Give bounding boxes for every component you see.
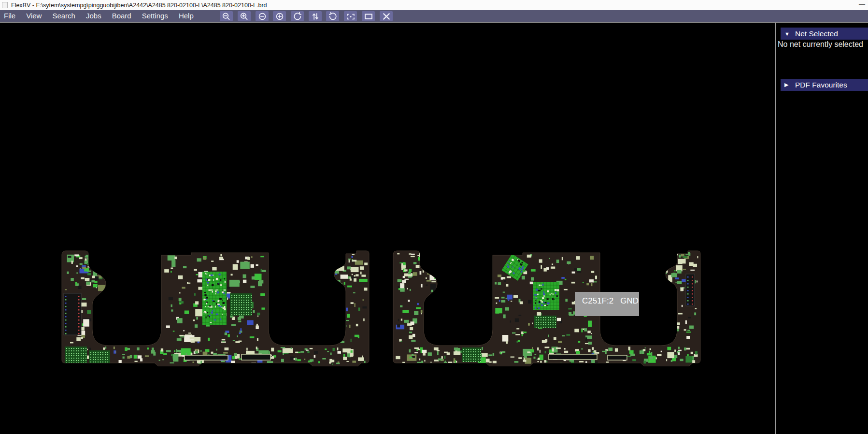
circle-plus-icon xyxy=(274,12,285,21)
flip-vertical-icon xyxy=(310,12,321,21)
pcb-board-top-view[interactable] xyxy=(58,247,372,366)
rotate-cw-button[interactable] xyxy=(326,11,339,21)
center-fit-icon xyxy=(345,12,356,21)
pdf-favourites-panel-label: PDF Favourites xyxy=(795,81,847,89)
triangle-down-icon: ▼ xyxy=(784,31,791,37)
menu-item-settings[interactable]: Settings xyxy=(137,10,173,22)
menu-item-file[interactable]: File xyxy=(0,10,21,22)
close-view-button[interactable] xyxy=(380,11,393,21)
rotate-ccw-button[interactable] xyxy=(291,11,304,21)
rotate-cw-icon xyxy=(327,12,339,21)
triangle-right-icon: ▶ xyxy=(784,82,791,88)
menu-bar: FileViewSearchJobsBoardSettingsHelp xyxy=(0,10,868,22)
zoom-in-lens-button[interactable] xyxy=(238,11,251,21)
pcb-board-bottom-view[interactable] xyxy=(389,247,703,366)
circle-minus-icon xyxy=(256,12,268,21)
minimize-icon[interactable]: — xyxy=(859,0,865,8)
window-mode-button[interactable] xyxy=(362,11,375,21)
menu-item-jobs[interactable]: Jobs xyxy=(81,10,107,22)
app-icon xyxy=(2,2,8,8)
rectangle-icon xyxy=(363,12,374,21)
zoom-in-button[interactable] xyxy=(273,11,286,21)
menu-item-board[interactable]: Board xyxy=(107,10,137,22)
rotate-ccw-icon xyxy=(292,12,303,21)
close-icon xyxy=(381,12,392,21)
flexbv-window: FlexBV - F:\sytem\systempg\pingguobijibe… xyxy=(0,0,868,434)
net-selected-status: No net currently selected xyxy=(778,40,868,49)
menu-item-help[interactable]: Help xyxy=(173,10,199,22)
tooltip-component-ref: C251F:2 xyxy=(582,296,613,305)
net-selected-panel-label: Net Selected xyxy=(795,29,838,38)
zoom-fit-button[interactable] xyxy=(344,11,357,21)
net-tooltip: C251F:2GND xyxy=(575,292,639,316)
net-selected-panel-header[interactable]: ▼ Net Selected xyxy=(781,28,868,40)
pdf-favourites-panel-header[interactable]: ▶ PDF Favourites xyxy=(781,79,868,91)
window-title: FlexBV - F:\sytem\systempg\pingguobijibe… xyxy=(11,2,267,9)
magnifier-plus-icon xyxy=(239,12,250,21)
magnifier-minus-icon xyxy=(221,12,232,21)
menu-item-search[interactable]: Search xyxy=(47,10,81,22)
sidebar: ▼ Net Selected No net currently selected… xyxy=(776,23,868,434)
zoom-out-lens-button[interactable] xyxy=(220,11,233,21)
title-bar[interactable]: FlexBV - F:\sytem\systempg\pingguobijibe… xyxy=(0,0,868,10)
tooltip-net-name: GND xyxy=(620,296,639,305)
flip-board-button[interactable] xyxy=(309,11,322,21)
menu-item-view[interactable]: View xyxy=(21,10,47,22)
main-canvas[interactable]: C251F:2GND xyxy=(0,23,775,434)
zoom-out-button[interactable] xyxy=(256,11,269,21)
